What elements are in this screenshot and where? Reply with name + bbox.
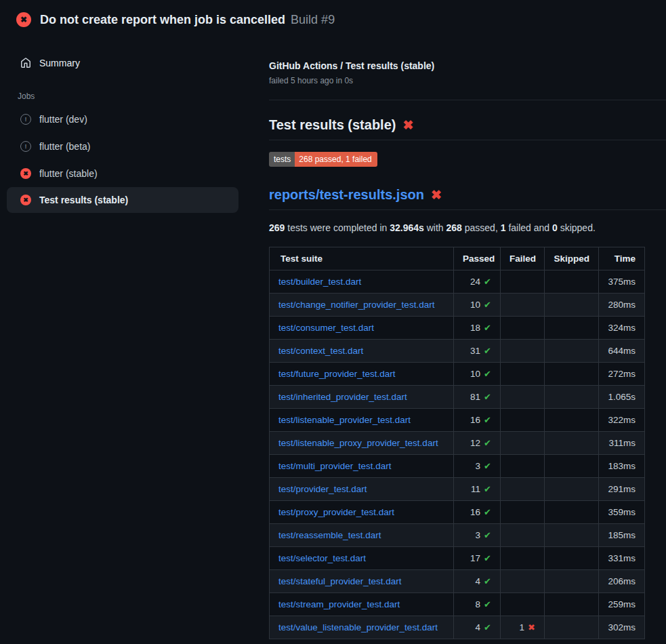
check-icon: ✔ bbox=[484, 346, 491, 356]
suite-link[interactable]: test/listenable_proxy_provider_test.dart bbox=[278, 438, 438, 448]
count-value: 4 bbox=[476, 622, 481, 632]
col-header-test-suite: Test suite bbox=[270, 247, 454, 270]
passed-cell: 12✔ bbox=[454, 432, 501, 455]
suite-link[interactable]: test/reassemble_test.dart bbox=[278, 530, 381, 540]
suite-cell: test/stateful_provider_test.dart bbox=[270, 570, 454, 593]
breadcrumb: GitHub Actions / Test results (stable) bbox=[269, 60, 666, 73]
suite-link[interactable]: test/selector_test.dart bbox=[278, 553, 366, 563]
count-value: 81 bbox=[470, 392, 480, 402]
time-cell: 375ms bbox=[599, 270, 645, 294]
time-cell: 324ms bbox=[599, 317, 645, 340]
sidebar-item-job[interactable]: ✖Test results (stable) bbox=[7, 187, 238, 213]
time-cell: 185ms bbox=[599, 524, 645, 547]
count-value: 1 bbox=[520, 622, 525, 632]
suite-link[interactable]: test/provider_test.dart bbox=[278, 484, 367, 494]
skipped-cell bbox=[545, 317, 599, 340]
passed-cell: 81✔ bbox=[454, 386, 501, 409]
count-value: 16 bbox=[470, 415, 480, 425]
suite-link[interactable]: test/listenable_provider_test.dart bbox=[278, 415, 411, 425]
check-icon: ✔ bbox=[484, 369, 491, 379]
table-row: test/selector_test.dart17✔331ms bbox=[270, 547, 645, 570]
suite-link[interactable]: test/stream_provider_test.dart bbox=[278, 599, 400, 609]
skipped-cell bbox=[545, 340, 599, 363]
sidebar-item-summary[interactable]: Summary bbox=[0, 49, 264, 77]
suite-cell: test/change_notifier_provider_test.dart bbox=[270, 294, 454, 317]
failed-cross-icon: ✖ bbox=[402, 119, 413, 132]
time-cell: 259ms bbox=[599, 593, 645, 616]
suite-link[interactable]: test/future_provider_test.dart bbox=[278, 369, 396, 379]
suite-link[interactable]: test/builder_test.dart bbox=[278, 277, 361, 287]
col-header-failed: Failed bbox=[501, 247, 545, 270]
table-row: test/listenable_proxy_provider_test.dart… bbox=[270, 432, 645, 455]
time-cell: 206ms bbox=[599, 570, 645, 593]
suite-cell: test/value_listenable_provider_test.dart bbox=[270, 616, 454, 639]
failed-cell bbox=[501, 501, 545, 524]
suite-link[interactable]: test/change_notifier_provider_test.dart bbox=[278, 300, 434, 310]
passed-cell: 10✔ bbox=[454, 363, 501, 386]
count-value: 17 bbox=[470, 553, 480, 563]
failed-cell bbox=[501, 455, 545, 478]
suite-cell: test/context_test.dart bbox=[270, 340, 454, 363]
sidebar-summary-label: Summary bbox=[39, 58, 80, 68]
suite-link[interactable]: test/value_listenable_provider_test.dart bbox=[278, 622, 438, 632]
passed-cell: 18✔ bbox=[454, 317, 501, 340]
time-cell: 322ms bbox=[599, 409, 645, 432]
check-icon: ✔ bbox=[484, 622, 491, 632]
passed-cell: 8✔ bbox=[454, 593, 501, 616]
summary-total: 269 bbox=[269, 222, 285, 233]
table-row: test/inherited_provider_test.dart81✔1.06… bbox=[270, 386, 645, 409]
suite-link[interactable]: test/proxy_provider_test.dart bbox=[278, 507, 394, 517]
sidebar-item-job[interactable]: !flutter (dev) bbox=[0, 106, 264, 133]
suite-link[interactable]: test/stateful_provider_test.dart bbox=[278, 576, 402, 586]
table-header-row: Test suite Passed Failed Skipped Time bbox=[270, 247, 645, 270]
job-label: Test results (stable) bbox=[39, 195, 128, 205]
suite-link[interactable]: test/multi_provider_test.dart bbox=[278, 461, 392, 471]
badge-value: 268 passed, 1 failed bbox=[295, 152, 377, 167]
passed-cell: 4✔ bbox=[454, 570, 501, 593]
sidebar-item-job[interactable]: !flutter (beta) bbox=[0, 133, 264, 160]
failed-status-icon: ✖ bbox=[16, 12, 31, 27]
summary-skipped: 0 bbox=[552, 222, 558, 233]
summary-text: passed, bbox=[462, 222, 501, 233]
time-cell: 1.065s bbox=[599, 386, 645, 409]
table-row: test/context_test.dart31✔644ms bbox=[270, 340, 645, 363]
failed-cell bbox=[501, 294, 545, 317]
report-link[interactable]: reports/test-results.json bbox=[269, 187, 424, 203]
time-cell: 311ms bbox=[599, 432, 645, 455]
failed-cell: 1✖ bbox=[501, 616, 545, 639]
run-build-number: Build #9 bbox=[291, 13, 335, 26]
count-value: 31 bbox=[470, 346, 480, 356]
suite-link[interactable]: test/consumer_test.dart bbox=[278, 323, 374, 333]
check-icon: ✔ bbox=[484, 438, 491, 448]
skipped-cell bbox=[545, 270, 599, 294]
table-row: test/change_notifier_provider_test.dart1… bbox=[270, 294, 645, 317]
suite-cell: test/listenable_proxy_provider_test.dart bbox=[270, 432, 454, 455]
suite-link[interactable]: test/inherited_provider_test.dart bbox=[278, 392, 407, 402]
suite-cell: test/builder_test.dart bbox=[270, 270, 454, 294]
skipped-cell bbox=[545, 386, 599, 409]
time-cell: 359ms bbox=[599, 501, 645, 524]
check-icon: ✔ bbox=[484, 507, 491, 517]
check-icon: ✔ bbox=[484, 323, 491, 333]
failed-cell bbox=[501, 478, 545, 501]
summary-time: 32.964s bbox=[390, 222, 424, 233]
passed-cell: 3✔ bbox=[454, 455, 501, 478]
skipped-cell bbox=[545, 455, 599, 478]
passed-cell: 4✔ bbox=[454, 616, 501, 639]
suite-link[interactable]: test/context_test.dart bbox=[278, 346, 363, 356]
suite-cell: test/consumer_test.dart bbox=[270, 317, 454, 340]
failed-cell bbox=[501, 524, 545, 547]
skipped-cell bbox=[545, 593, 599, 616]
main-content: GitHub Actions / Test results (stable) f… bbox=[269, 60, 666, 639]
check-icon: ✔ bbox=[484, 392, 491, 402]
skipped-cell bbox=[545, 478, 599, 501]
table-row: test/multi_provider_test.dart3✔183ms bbox=[270, 455, 645, 478]
count-value: 16 bbox=[470, 507, 480, 517]
time-cell: 272ms bbox=[599, 363, 645, 386]
count-value: 4 bbox=[476, 576, 481, 586]
table-body: test/builder_test.dart24✔375mstest/chang… bbox=[270, 270, 645, 639]
sidebar-item-job[interactable]: ✖flutter (stable) bbox=[0, 160, 264, 187]
skipped-cell bbox=[545, 616, 599, 639]
jobs-section-label: Jobs bbox=[0, 91, 264, 102]
job-label: flutter (stable) bbox=[39, 168, 98, 179]
